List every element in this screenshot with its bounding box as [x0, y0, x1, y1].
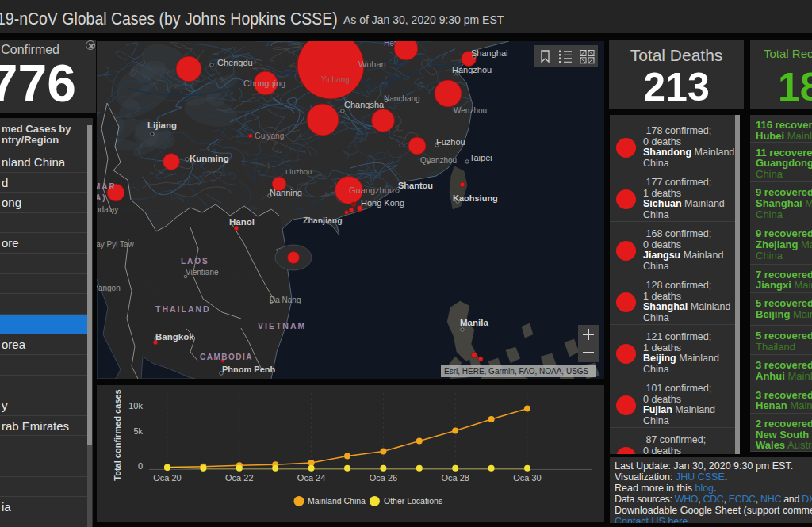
svg-text:5k: 5k [133, 426, 143, 436]
svg-text:Oca 20: Oca 20 [153, 473, 181, 483]
svg-text:Quanzhou: Quanzhou [420, 156, 457, 165]
svg-text:Phnom Penh: Phnom Penh [222, 365, 276, 374]
svg-text:Shantou: Shantou [398, 181, 433, 190]
svg-text:Liuzhou: Liuzhou [285, 167, 312, 176]
svg-text:MAR: MAR [97, 182, 117, 191]
svg-text:Zhanjiang: Zhanjiang [303, 216, 343, 225]
svg-text:Wuhan: Wuhan [358, 59, 386, 69]
svg-text:Oca 30: Oca 30 [513, 473, 541, 483]
svg-text:LAOS: LAOS [181, 257, 209, 265]
svg-text:A): A) [97, 193, 107, 202]
svg-text:THAILAND: THAILAND [155, 304, 211, 314]
svg-text:Fuzhou: Fuzhou [436, 137, 465, 147]
svg-text:Oca 22: Oca 22 [225, 473, 253, 483]
svg-text:Oca 24: Oca 24 [297, 473, 325, 483]
svg-text:Taipei: Taipei [469, 153, 492, 162]
svg-text:Esri, HERE, Garmin, FAO, NOAA,: Esri, HERE, Garmin, FAO, NOAA, USGS [444, 367, 589, 376]
svg-text:Guangzhou: Guangzhou [349, 185, 394, 195]
svg-text:Wenzhou: Wenzhou [454, 106, 487, 115]
svg-text:Oca 26: Oca 26 [370, 473, 397, 483]
svg-text:Nanning: Nanning [270, 188, 302, 197]
svg-text:Oca 28: Oca 28 [441, 473, 469, 483]
svg-text:Kunming: Kunming [190, 154, 229, 163]
svg-text:Total confirmed cases: Total confirmed cases [113, 389, 122, 480]
svg-text:Shanghai: Shanghai [471, 48, 508, 58]
svg-text:Chengdu: Chengdu [217, 58, 253, 67]
svg-text:Mainland China: Mainland China [308, 496, 366, 506]
svg-text:VIETNAM: VIETNAM [258, 321, 306, 330]
svg-text:Other Locations: Other Locations [384, 496, 442, 506]
svg-text:Changsha: Changsha [344, 100, 385, 109]
svg-text:Nay Pyi Taw: Nay Pyi Taw [97, 240, 135, 249]
svg-text:Guiyang: Guiyang [255, 132, 284, 140]
svg-text:Hangzhou: Hangzhou [452, 65, 492, 74]
svg-text:Chongqing: Chongqing [243, 78, 285, 88]
svg-text:Kaohsiung: Kaohsiung [453, 193, 498, 203]
svg-text:Mandalay: Mandalay [97, 205, 118, 214]
svg-text:Lijiang: Lijiang [147, 120, 177, 130]
svg-text:Yichang: Yichang [321, 75, 350, 84]
svg-text:Manila: Manila [460, 318, 488, 327]
svg-text:Vientiane: Vientiane [186, 268, 219, 277]
svg-text:Bangkok: Bangkok [155, 332, 194, 342]
svg-text:Hanoi: Hanoi [229, 217, 255, 227]
svg-text:Yangon: Yangon [97, 284, 121, 292]
svg-text:Da Nang: Da Nang [270, 296, 301, 304]
svg-text:0: 0 [138, 461, 143, 471]
svg-text:Nanchang: Nanchang [384, 94, 420, 103]
svg-text:Hong Kong: Hong Kong [361, 198, 404, 208]
svg-text:10k: 10k [128, 401, 143, 411]
svg-text:CAMBODIA: CAMBODIA [200, 353, 253, 361]
